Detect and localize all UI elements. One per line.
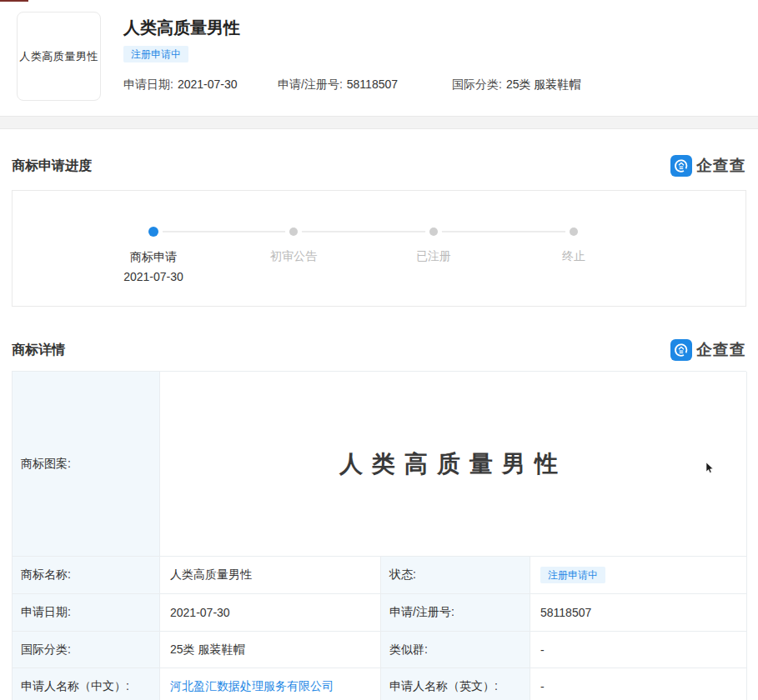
header-reg-number: 申请/注册号:58118507 (278, 78, 398, 92)
section-separator (0, 116, 758, 129)
step-preliminary-announcement: 初审公告 (223, 227, 364, 264)
step-date: 2021-07-30 (83, 270, 223, 283)
value-reg-number: 58118507 (530, 594, 747, 632)
loading-bar-remnant (0, 0, 28, 2)
trademark-image: 人类高质量男性 (339, 448, 567, 480)
step-terminated: 终止 (504, 227, 644, 264)
mouse-cursor (706, 462, 714, 473)
step-dot-idle (429, 228, 438, 236)
applicant-company-link[interactable]: 河北盈汇数据处理服务有限公司 (170, 679, 334, 694)
qcc-logo[interactable]: 企查查 (670, 155, 746, 177)
step-registered: 已注册 (364, 227, 504, 264)
value-similar-group: - (530, 632, 747, 668)
header-info-row: 申请日期:2021-07-30 申请/注册号:58118507 国际分类:25类… (123, 78, 740, 94)
progress-section-title: 商标申请进度 (12, 158, 92, 175)
value-trademark-name: 人类高质量男性 (160, 557, 381, 594)
label-intl-class: 国际分类: (13, 632, 160, 668)
qcc-logo-icon (670, 155, 692, 177)
qcc-logo-text: 企查查 (696, 339, 746, 361)
trademark-thumbnail[interactable]: 人类高质量男性 (17, 12, 101, 101)
status-badge: 注册申请中 (540, 567, 605, 583)
page-title: 人类高质量男性 (123, 17, 240, 39)
progress-section-header: 商标申请进度 企查查 (12, 153, 746, 178)
value-intl-class: 25类 服装鞋帽 (160, 632, 381, 668)
step-dot-idle (570, 228, 578, 236)
label-trademark-name: 商标名称: (13, 557, 160, 594)
value-status: 注册申请中 (530, 557, 747, 594)
value-applicant-en: - (530, 668, 747, 700)
qcc-logo[interactable]: 企查查 (670, 339, 746, 361)
label-trademark-image: 商标图案: (13, 372, 160, 557)
trademark-progress-panel: 商标申请 2021-07-30 初审公告 已注册 终止 (12, 190, 746, 307)
step-dot-idle (289, 228, 298, 236)
label-reg-number: 申请/注册号: (381, 594, 530, 632)
label-applicant-cn: 申请人名称（中文）: (13, 668, 160, 700)
label-similar-group: 类似群: (381, 632, 530, 668)
trademark-thumbnail-text: 人类高质量男性 (19, 49, 98, 64)
details-section-header: 商标详情 企查查 (12, 338, 746, 362)
trademark-details-table: 商标图案: 人类高质量男性 商标名称: 人类高质量男性 状态: 注册申请中 申请… (12, 371, 746, 700)
header-intl-class: 国际分类:25类 服装鞋帽 (452, 78, 580, 92)
qcc-logo-icon (670, 339, 692, 361)
value-apply-date: 2021-07-30 (160, 594, 381, 632)
label-status: 状态: (381, 557, 530, 594)
trademark-image-cell: 人类高质量男性 (160, 372, 747, 557)
status-badge: 注册申请中 (123, 46, 188, 62)
label-applicant-en: 申请人名称（英文）: (381, 668, 530, 700)
label-apply-date: 申请日期: (13, 594, 160, 632)
step-dot-active (148, 227, 158, 237)
qcc-logo-text: 企查查 (696, 155, 746, 177)
step-trademark-apply: 商标申请 2021-07-30 (83, 227, 223, 283)
header-apply-date: 申请日期:2021-07-30 (123, 78, 238, 92)
value-applicant-cn: 河北盈汇数据处理服务有限公司 (160, 668, 381, 700)
details-section-title: 商标详情 (12, 342, 65, 359)
